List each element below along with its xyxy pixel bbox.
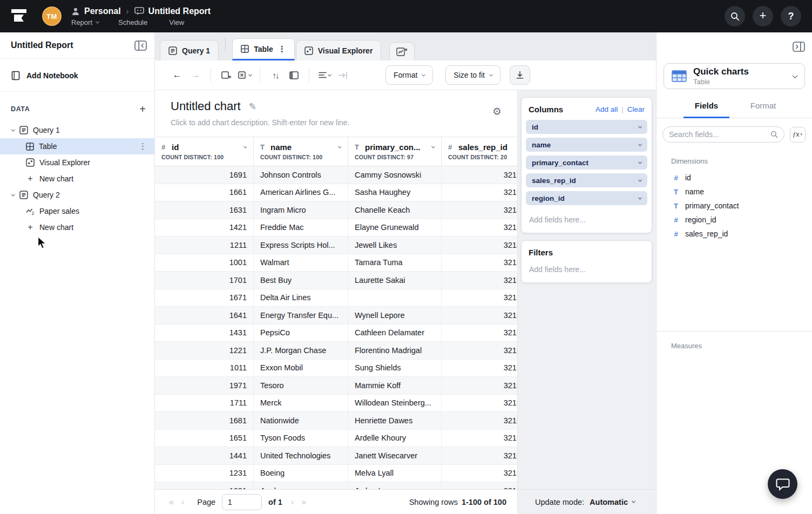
redo-button[interactable]: → [186,66,205,84]
table-cell[interactable]: 1221 [155,342,254,359]
add-button[interactable]: + [753,6,773,26]
table-cell[interactable]: Jewell Likes [348,236,442,254]
chevron-down-icon[interactable] [11,192,15,196]
search-fields-input[interactable] [669,130,770,139]
table-cell[interactable]: 3215 [442,377,528,394]
search-button[interactable] [725,6,745,26]
column-pill-id[interactable]: id [526,120,647,134]
table-cell[interactable]: Willodean Steinberg... [348,395,442,412]
workspace-name[interactable]: Personal [84,6,121,16]
table-cell[interactable]: 1971 [155,377,254,394]
table-cell[interactable]: Energy Transfer Equ... [254,307,348,324]
table-cell[interactable]: Tamara Tuma [348,254,442,272]
kebab-menu-icon[interactable]: ⋮ [139,141,147,151]
chevron-down-icon[interactable] [638,160,642,164]
table-cell[interactable]: 1431 [155,324,254,342]
table-cell[interactable]: 1711 [155,395,254,412]
clear-link[interactable]: Clear [627,105,645,113]
table-cell[interactable]: 3215 [442,395,528,412]
schedule-menu[interactable]: Schedule [118,18,147,26]
add-calculated-field-button[interactable]: ƒx+ [790,127,806,143]
table-cell[interactable]: Delta Air Lines [254,289,348,307]
chevron-down-icon[interactable] [431,145,435,148]
table-cell[interactable]: 3215 [442,307,528,324]
table-cell[interactable]: 3215 [442,465,528,482]
table-cell[interactable]: 3215 [442,360,528,377]
table-cell[interactable]: 1641 [155,307,254,324]
table-cell[interactable]: Boeing [254,465,348,482]
previous-page-button[interactable]: ‹ [181,497,184,507]
sidebar-item-visual-explorer[interactable]: Visual Explorer [0,154,154,171]
last-page-button[interactable]: » [301,497,306,507]
undo-button[interactable]: ← [168,66,186,84]
table-cell[interactable]: Express Scripts Hol... [254,236,348,254]
chevron-down-icon[interactable] [638,124,642,128]
field-item-primary_contact[interactable]: Tprimary_contact [657,199,812,213]
column-header-id[interactable]: #id COUNT DISTINCT: 100 [155,137,254,166]
sidebar-group-query2[interactable]: Query 2 [0,187,154,203]
field-item-sales_rep_id[interactable]: #sales_rep_id [657,227,812,241]
chevron-down-icon[interactable] [338,145,341,148]
clip-text-button[interactable] [334,66,352,84]
field-item-id[interactable]: #id [657,171,812,185]
support-chat-button[interactable] [768,469,797,499]
table-cell[interactable]: Tyson Foods [254,430,348,447]
table-cell[interactable]: 1231 [155,465,254,482]
table-cell[interactable]: Tesoro [254,377,348,394]
table-cell[interactable]: Exxon Mobil [254,360,348,377]
table-cell[interactable]: 3215 [442,289,528,307]
table-cell[interactable]: 3215 [442,412,528,429]
table-cell[interactable]: Mammie Koff [348,377,442,394]
report-title[interactable]: Untitled Report [148,6,211,16]
table-cell[interactable]: 1671 [155,289,254,307]
field-item-region_id[interactable]: #region_id [657,213,812,227]
kebab-menu-icon[interactable]: ⋮ [278,44,286,54]
format-button[interactable]: Format [385,65,433,85]
quick-charts-selector[interactable]: Quick charts Table [664,63,805,89]
next-page-button[interactable]: › [291,497,294,507]
freeze-columns-button[interactable] [285,66,303,84]
column-pill-sales_rep_id[interactable]: sales_rep_id [526,173,647,187]
table-cell[interactable]: 3215 [442,201,528,219]
add-notebook-button[interactable]: Add Notebook [0,59,154,80]
remove-field-button[interactable] [235,66,254,84]
table-cell[interactable]: Freddie Mac [254,219,348,236]
chart-title[interactable]: Untitled chart [171,99,241,113]
update-mode-select[interactable]: Automatic [590,498,635,506]
table-cell[interactable]: Ardelle Khoury [348,430,442,447]
tab-visual-explorer[interactable]: Visual Explorer [296,40,382,60]
column-header-sales-rep-id[interactable]: #sales_rep_id COUNT DISTINCT: 20 [442,137,528,166]
column-pill-primary_contact[interactable]: primary_contact [526,155,647,170]
table-cell[interactable]: 3215 [442,184,528,201]
table-cell[interactable]: Henriette Dawes [348,412,442,429]
app-logo[interactable] [10,8,28,25]
table-cell[interactable]: 1701 [155,272,254,289]
table-cell[interactable]: Florentino Madrigal [348,342,442,359]
download-button[interactable] [510,65,530,85]
table-cell[interactable]: 1441 [155,447,254,464]
chevron-down-icon[interactable] [638,142,642,146]
column-header-primary-contact[interactable]: Tprimary_con... COUNT DISTINCT: 97 [348,137,442,166]
table-cell[interactable]: Merck [254,395,348,412]
table-cell[interactable]: Best Buy [254,272,348,289]
table-cell[interactable]: 1421 [155,219,254,236]
table-cell[interactable]: 1001 [155,254,254,272]
table-cell[interactable]: Nationwide [254,412,348,429]
help-button[interactable]: ? [781,6,801,26]
add-all-link[interactable]: Add all [596,105,618,113]
field-item-name[interactable]: Tname [657,185,812,199]
table-cell[interactable]: Wynell Lepore [348,307,442,324]
table-cell[interactable]: 3215 [442,430,528,447]
first-page-button[interactable]: « [169,497,174,507]
table-cell[interactable]: J.P. Morgan Chase [254,342,348,359]
sort-button[interactable]: ↑↓ [266,66,285,84]
table-cell[interactable]: 3215 [442,219,528,236]
table-cell[interactable]: Elayne Grunewald [348,219,442,236]
table-cell[interactable]: American Airlines G... [254,184,348,201]
table-cell[interactable]: Cathleen Delamater [348,324,442,342]
add-field-button[interactable] [217,66,235,84]
table-cell[interactable]: 3215 [442,272,528,289]
tab-table[interactable]: Table ⋮ [232,38,295,60]
tab-format[interactable]: Format [740,101,786,118]
table-cell[interactable]: Ingram Micro [254,201,348,219]
